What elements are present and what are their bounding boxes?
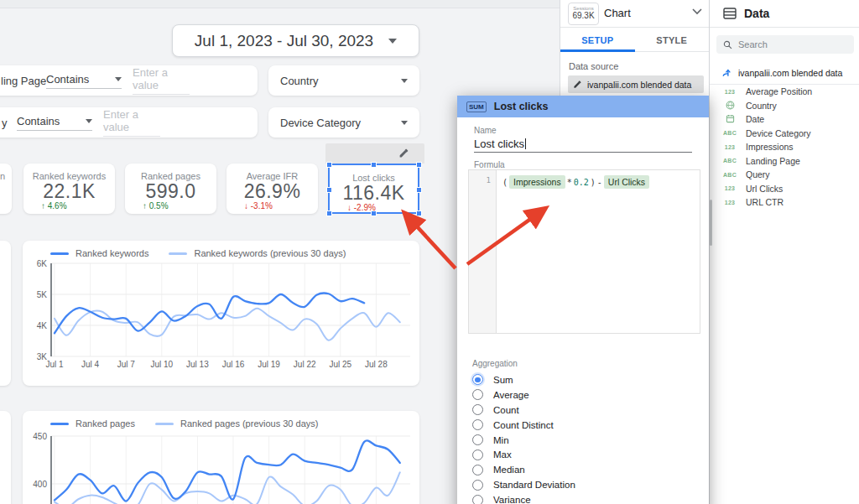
country-filter[interactable]: Country bbox=[268, 65, 419, 96]
scorecard-average-ifr[interactable]: Average IFR26.9%↓ -3.1% bbox=[226, 164, 318, 214]
aggregation-option-count[interactable]: Count bbox=[472, 403, 575, 418]
globe-icon bbox=[721, 101, 738, 111]
selection-handle[interactable] bbox=[326, 187, 332, 193]
chevron-down-icon bbox=[401, 121, 408, 125]
selection-handle[interactable] bbox=[326, 162, 332, 168]
dialog-header[interactable]: SUM Lost clicks bbox=[457, 96, 709, 117]
blended-data-source-name: ivanpalii.com blended data bbox=[738, 68, 842, 78]
data-source-chip[interactable]: ivanpalii.com blended data bbox=[568, 75, 704, 93]
field-item-url-clicks[interactable]: 123Url Clicks bbox=[710, 182, 859, 196]
field-item-date[interactable]: Date bbox=[710, 112, 859, 127]
aggregation-option-count-distinct[interactable]: Count Distinct bbox=[472, 418, 575, 433]
scorecard-lost-clicks[interactable]: Lost clicks116.4K↓ -2.9% bbox=[328, 164, 419, 214]
filter-label: Device Category bbox=[280, 117, 361, 129]
number-field-icon: 123 bbox=[721, 89, 738, 95]
data-panel-title: Data bbox=[744, 7, 769, 20]
scorecard-value: 599.0 bbox=[125, 181, 216, 201]
query-filter[interactable]: y Contains Enter a value bbox=[0, 107, 258, 138]
aggregation-option-variance[interactable]: Variance bbox=[472, 492, 575, 504]
radio-button[interactable] bbox=[472, 374, 483, 385]
scorecard-ranked-keywords[interactable]: Ranked keywords22.1K↑ 4.6% bbox=[23, 164, 115, 214]
field-item-impressions[interactable]: 123Impressions bbox=[710, 140, 859, 154]
filter-operator-dropdown[interactable]: Contains bbox=[17, 115, 92, 131]
formula-expression: (Impressions*0.2)-Url Clicks bbox=[502, 175, 649, 189]
scorecard-delta: ↓ -3.1% bbox=[226, 201, 318, 210]
selection-handle[interactable] bbox=[371, 162, 377, 168]
radio-label: Count bbox=[493, 405, 519, 415]
device-category-filter[interactable]: Device Category bbox=[268, 107, 419, 138]
blended-data-icon bbox=[721, 68, 731, 78]
aggregation-options: SumAverageCountCount DistinctMinMaxMedia… bbox=[472, 372, 575, 504]
svg-text:Jul 1: Jul 1 bbox=[45, 360, 64, 369]
radio-button[interactable] bbox=[472, 449, 483, 460]
selection-handle[interactable] bbox=[326, 210, 332, 216]
radio-label: Min bbox=[493, 435, 509, 445]
field-item-device-category[interactable]: ABCDevice Category bbox=[710, 127, 859, 141]
formula-editor[interactable]: 1 (Impressions*0.2)-Url Clicks bbox=[468, 169, 700, 334]
date-range-control[interactable]: Jul 1, 2023 - Jul 30, 2023 bbox=[172, 24, 419, 57]
scrollbar[interactable] bbox=[710, 200, 712, 246]
radio-button[interactable] bbox=[472, 465, 483, 475]
selection-handle[interactable] bbox=[416, 187, 422, 193]
field-label: Country bbox=[746, 101, 777, 111]
tab-style[interactable]: STYLE bbox=[635, 28, 710, 51]
line-number: 1 bbox=[487, 176, 491, 184]
chevron-down-icon[interactable] bbox=[692, 8, 702, 15]
filter-value-input[interactable]: Enter a value bbox=[133, 66, 190, 95]
legend-item: Ranked keywords (previous 30 days) bbox=[169, 248, 346, 258]
svg-text:Jul 22: Jul 22 bbox=[294, 360, 316, 369]
field-chip[interactable]: Url Clicks bbox=[604, 175, 649, 189]
aggregation-option-standard-deviation[interactable]: Standard Deviation bbox=[472, 477, 575, 492]
selection-handle[interactable] bbox=[371, 210, 377, 216]
scorecard-partial[interactable]: n bbox=[0, 164, 12, 214]
scorecard-ranked-pages[interactable]: Ranked pages599.0↑ 0.5% bbox=[125, 164, 216, 214]
aggregation-option-sum[interactable]: Sum bbox=[472, 372, 575, 387]
field-item-landing-page[interactable]: ABCLanding Page bbox=[710, 154, 859, 169]
selection-handle[interactable] bbox=[416, 210, 422, 216]
filter-operator-dropdown[interactable]: Contains bbox=[46, 73, 122, 89]
aggregation-option-average[interactable]: Average bbox=[472, 387, 575, 403]
filter-label: ling Page bbox=[1, 75, 46, 87]
chart-metric-preview[interactable]: Sessions 69.3K bbox=[568, 3, 599, 25]
number-literal: 0.2 bbox=[574, 178, 589, 187]
field-item-query[interactable]: ABCQuery bbox=[710, 168, 859, 182]
field-search-input[interactable]: Search bbox=[716, 35, 854, 54]
radio-button[interactable] bbox=[472, 434, 483, 445]
number-field-icon: 123 bbox=[721, 185, 738, 191]
name-field-input[interactable]: Lost clicks bbox=[474, 138, 526, 150]
operator: ) bbox=[591, 178, 596, 187]
chart-card-partial[interactable] bbox=[0, 411, 11, 504]
radio-label: Median bbox=[493, 465, 525, 475]
number-field-icon: 123 bbox=[721, 144, 738, 150]
aggregation-option-median[interactable]: Median bbox=[472, 462, 575, 477]
radio-button[interactable] bbox=[472, 419, 483, 430]
landing-page-filter[interactable]: ling Page Contains Enter a value bbox=[0, 65, 258, 96]
field-item-country[interactable]: Country bbox=[710, 99, 859, 113]
chart-selector-header: Sessions 69.3K Chart bbox=[560, 0, 709, 28]
chart-legend: Ranked keywordsRanked keywords (previous… bbox=[50, 248, 346, 258]
radio-button[interactable] bbox=[472, 389, 483, 400]
setup-style-tabs: SETUP STYLE bbox=[560, 28, 709, 52]
chevron-down-icon bbox=[115, 77, 122, 81]
chart-card-partial[interactable] bbox=[0, 241, 11, 386]
radio-button[interactable] bbox=[472, 495, 483, 504]
ranked-keywords-chart[interactable]: Ranked keywordsRanked keywords (previous… bbox=[23, 241, 419, 386]
radio-button[interactable] bbox=[472, 480, 483, 491]
tab-setup[interactable]: SETUP bbox=[560, 28, 635, 51]
aggregation-option-min[interactable]: Min bbox=[472, 433, 575, 448]
svg-text:Jul 19: Jul 19 bbox=[258, 360, 280, 369]
selection-handle[interactable] bbox=[416, 162, 422, 168]
field-editor-dialog: SUM Lost clicks Name Lost clicks Formula… bbox=[457, 96, 709, 504]
field-item-average-position[interactable]: 123Average Position bbox=[710, 85, 859, 99]
svg-text:4K: 4K bbox=[37, 321, 48, 330]
field-item-url-ctr[interactable]: 123URL CTR bbox=[710, 195, 859, 210]
radio-button[interactable] bbox=[472, 404, 483, 415]
operator: ( bbox=[502, 178, 508, 187]
aggregation-option-max[interactable]: Max bbox=[472, 447, 575, 462]
field-chip[interactable]: Impressions bbox=[509, 175, 565, 189]
ranked-pages-chart[interactable]: Ranked pagesRanked pages (previous 30 da… bbox=[23, 411, 419, 504]
radio-label: Variance bbox=[493, 495, 531, 504]
blended-data-source-item[interactable]: ivanpalii.com blended data bbox=[710, 63, 859, 83]
filter-value-input[interactable]: Enter a value bbox=[103, 108, 160, 137]
edit-pencil-icon[interactable] bbox=[398, 148, 409, 158]
